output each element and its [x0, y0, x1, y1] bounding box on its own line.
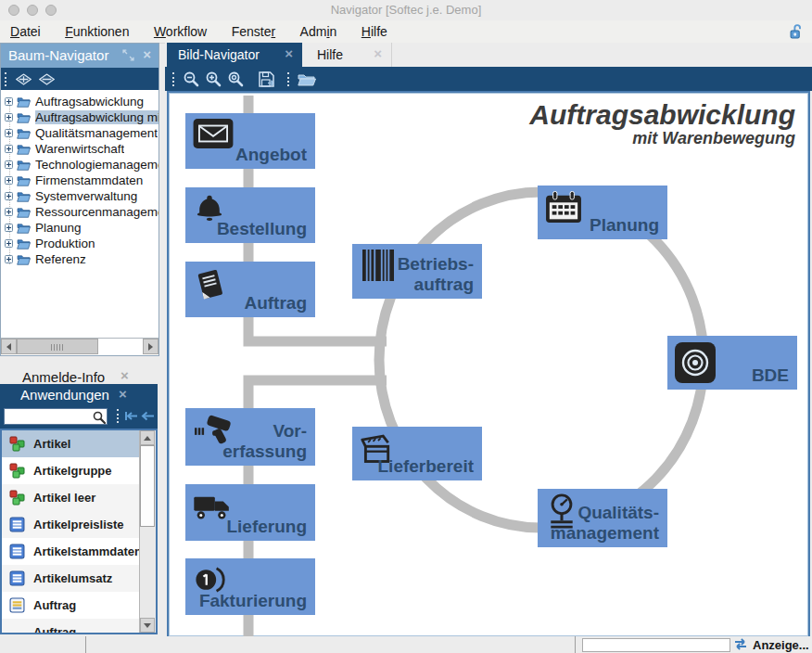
- folder-icon: [17, 112, 31, 123]
- zoom-out-icon[interactable]: [183, 70, 199, 87]
- tree-item[interactable]: Planung: [1, 220, 159, 236]
- tree-item[interactable]: Ressourcenmanagement: [1, 204, 159, 220]
- app-window: Navigator [Softec j.e. Demo] Datei Funkt…: [0, 0, 812, 653]
- folder-icon: [17, 96, 31, 108]
- diagram-box-bde[interactable]: BDE: [667, 336, 797, 390]
- menu-admin[interactable]: Admin: [290, 20, 348, 39]
- back-arrow-icon[interactable]: [141, 410, 156, 422]
- expander-icon[interactable]: [5, 145, 13, 153]
- list-icon: [9, 517, 25, 532]
- diagram-box-bestellung[interactable]: Bestellung: [185, 187, 315, 243]
- list-item-selected[interactable]: Artikel: [2, 430, 156, 457]
- menu-datei[interactable]: Datei: [0, 20, 51, 39]
- menu-bar: Datei Funktionen Workflow Fenster Admin …: [0, 20, 812, 44]
- expander-icon[interactable]: [5, 113, 13, 122]
- save-image-icon[interactable]: [258, 70, 275, 88]
- panel-restore-icon[interactable]: [122, 49, 134, 61]
- menu-fenster[interactable]: Fenster: [222, 20, 285, 39]
- folder-icon: [17, 207, 31, 218]
- tree-horizontal-scrollbar[interactable]: [1, 338, 159, 355]
- zoom-in-icon[interactable]: [205, 70, 222, 87]
- list-item[interactable]: Artikelumsatz: [2, 565, 156, 592]
- list-item[interactable]: Artikelpreisliste: [2, 511, 156, 538]
- cubes-icon: [9, 463, 25, 479]
- expander-icon[interactable]: [5, 129, 13, 137]
- tree-item[interactable]: Referenz: [1, 251, 159, 267]
- lock-open-icon[interactable]: [790, 23, 803, 40]
- expand-all-button[interactable]: [16, 73, 32, 85]
- tree-item[interactable]: Qualitätsmanagement: [1, 125, 159, 141]
- folder-icon: [17, 128, 31, 139]
- tree-item[interactable]: Systemverwaltung: [1, 188, 159, 204]
- scroll-left-button[interactable]: [1, 339, 17, 354]
- expander-icon[interactable]: [5, 239, 13, 248]
- folder-icon: [17, 238, 31, 250]
- scroll-up-button[interactable]: [140, 430, 155, 445]
- expander-icon[interactable]: [5, 255, 13, 263]
- open-folder-icon[interactable]: [298, 72, 316, 86]
- calendar-icon: [545, 191, 582, 224]
- anmelde-info-tab[interactable]: Anmelde-Info ×: [0, 369, 139, 384]
- diagram-box-auftrag[interactable]: Auftrag: [185, 262, 315, 317]
- folder-icon: [17, 191, 31, 202]
- diagram-box-lieferbereit[interactable]: Lieferbereit: [352, 427, 482, 480]
- anwendungen-title: Anwendungen: [0, 387, 130, 403]
- list-item[interactable]: Auftrag: [2, 592, 156, 619]
- menu-workflow[interactable]: Workflow: [144, 20, 217, 39]
- list-vertical-scrollbar[interactable]: [139, 430, 156, 633]
- toolbar-grip[interactable]: [172, 72, 174, 86]
- toolbar-grip[interactable]: [287, 72, 289, 86]
- zoom-original-icon[interactable]: [227, 70, 244, 87]
- tree-item[interactable]: Firmenstammdaten: [1, 173, 159, 188]
- diagram-title: Auftragsabwicklung mit Warenbewegung: [529, 100, 795, 147]
- diagram-box-qualitaetsmanagement[interactable]: Qualitäts- management: [538, 489, 667, 547]
- list-icon-yellow: [9, 597, 25, 613]
- anwendungen-panel: Anwendungen × Artikel Artikelgruppe Arti…: [0, 384, 158, 634]
- diagram-box-angebot[interactable]: Angebot: [185, 113, 315, 169]
- list-icon: [9, 544, 25, 559]
- tree-item[interactable]: Auftragsabwicklung: [1, 94, 159, 109]
- menu-funktionen[interactable]: Funktionen: [55, 20, 139, 39]
- scroll-down-button[interactable]: [140, 618, 155, 633]
- statusbar-filter-input[interactable]: [582, 638, 730, 652]
- tree-item[interactable]: Produktion: [1, 236, 159, 251]
- scroll-right-button[interactable]: [143, 339, 159, 354]
- diagram-box-betriebsauftrag[interactable]: Betriebs- auftrag: [352, 244, 482, 299]
- list-item[interactable]: Artikelgruppe: [2, 457, 156, 484]
- diagram-box-lieferung[interactable]: Lieferung: [185, 484, 315, 541]
- scrollbar-thumb[interactable]: [17, 339, 98, 354]
- expander-icon[interactable]: [5, 176, 13, 185]
- toolbar-grip[interactable]: [5, 72, 6, 86]
- title-bar: Navigator [Softec j.e. Demo]: [0, 0, 812, 21]
- list-item[interactable]: Auftrag: [2, 619, 156, 634]
- status-bar: Anzeige...: [0, 636, 812, 653]
- diagram-box-planung[interactable]: Planung: [538, 186, 667, 239]
- tree-item[interactable]: Technologiemanagement: [1, 157, 159, 173]
- menu-hilfe[interactable]: Hilfe: [351, 20, 398, 39]
- toolbar-grip[interactable]: [117, 409, 119, 423]
- tab-close-icon[interactable]: ×: [285, 45, 293, 61]
- refresh-display-icon[interactable]: [732, 638, 749, 650]
- expander-icon[interactable]: [5, 224, 13, 232]
- collapse-all-button[interactable]: [39, 73, 55, 85]
- tree-item[interactable]: Warenwirtschaft: [1, 141, 159, 157]
- statusbar-divider: [575, 636, 576, 653]
- collapse-to-start-icon[interactable]: [124, 410, 139, 422]
- tab-close-icon[interactable]: ×: [374, 45, 382, 61]
- panel-close-icon[interactable]: ×: [143, 46, 151, 63]
- expander-icon[interactable]: [5, 160, 13, 169]
- tree-item-selected[interactable]: Auftragsabwicklung mit Warenbewegung: [1, 109, 159, 125]
- tab-hilfe[interactable]: Hilfe ×: [302, 43, 392, 67]
- expander-icon[interactable]: [5, 97, 13, 106]
- display-label[interactable]: Anzeige...: [753, 638, 809, 652]
- list-item[interactable]: Artikel leer: [2, 484, 156, 511]
- anwendungen-close-icon[interactable]: ×: [119, 386, 127, 402]
- list-item[interactable]: Artikelstammdaten: [2, 538, 156, 565]
- tab-bild-navigator[interactable]: Bild-Navigator ×: [167, 43, 302, 67]
- expander-icon[interactable]: [5, 208, 13, 216]
- expander-icon[interactable]: [5, 192, 13, 200]
- diagram-box-vorerfassung[interactable]: Vor- erfassung: [185, 408, 315, 466]
- scrollbar-thumb[interactable]: [140, 445, 155, 527]
- anmelde-close-icon[interactable]: ×: [121, 367, 129, 383]
- diagram-box-fakturierung[interactable]: Fakturierung: [185, 558, 315, 615]
